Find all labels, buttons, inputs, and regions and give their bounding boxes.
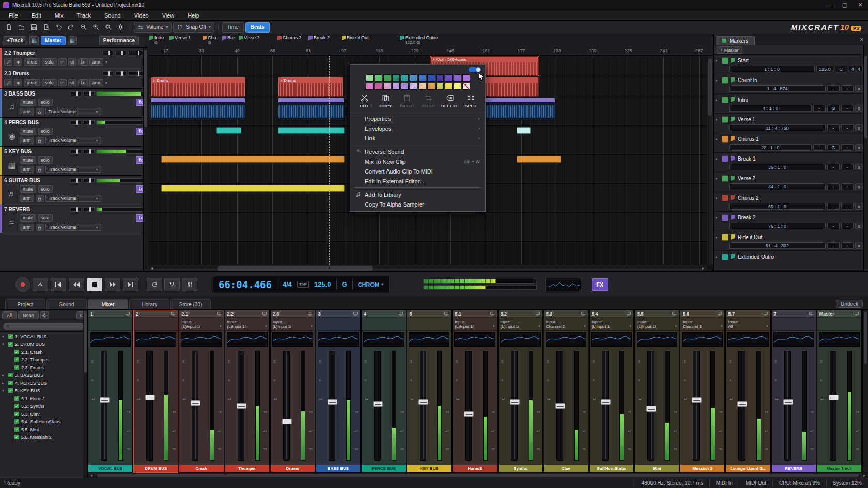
menu-file[interactable]: File (2, 10, 25, 20)
strip-name-label[interactable]: Drums (271, 465, 315, 472)
eq-display[interactable] (773, 332, 814, 347)
delete-button[interactable]: DELETE (441, 94, 459, 108)
strip-name-label[interactable]: PERCS BUS (362, 465, 406, 472)
color-swatch[interactable] (454, 83, 461, 90)
display-icon[interactable] (672, 311, 677, 316)
mute-button[interactable]: mute (24, 58, 40, 66)
eq-display[interactable] (546, 332, 586, 347)
midi-in-status[interactable]: MIDI In (709, 480, 739, 487)
track-2.2[interactable]: 2.2Thumpermutesolofxarm▾ (0, 48, 148, 68)
track-visible-checkbox[interactable]: ✓ (14, 427, 19, 432)
delete-marker-button[interactable]: x (855, 105, 863, 112)
marker-color-icon[interactable] (722, 136, 729, 143)
volume-fader[interactable] (556, 351, 563, 461)
solo-button[interactable]: solo (38, 99, 53, 106)
delete-marker-button[interactable]: x (855, 85, 863, 92)
close-markers-panel-button[interactable]: ✕ (858, 36, 866, 44)
arm-button[interactable]: arm (89, 79, 104, 86)
strip-input[interactable]: Input:(L)Input 1/▾ (453, 318, 497, 331)
track-visible-checkbox[interactable]: ✓ (14, 419, 19, 424)
marker-row-intro[interactable]: ▸Intro4 : 1 : 0-G-x (714, 94, 868, 114)
mute-button[interactable]: mute (20, 156, 36, 164)
chevron-right-icon[interactable]: ▸ (716, 137, 720, 141)
key-readout[interactable]: G (342, 280, 347, 288)
volume-fader[interactable] (146, 351, 153, 461)
volume-fader[interactable] (283, 351, 290, 461)
track-visible-checkbox[interactable]: ✓ (14, 357, 19, 362)
marker-attribute-value[interactable]: - (841, 242, 854, 249)
scroll-thumb[interactable] (97, 474, 859, 477)
delete-marker-button[interactable]: x (855, 164, 863, 170)
strip-name-label[interactable]: VOCAL BUS (88, 465, 132, 472)
marker-attribute-value[interactable]: - (827, 242, 840, 249)
lock-icon[interactable] (36, 108, 44, 115)
sidebar-item-5-2-synths[interactable]: ✓5.2. Synths (0, 402, 87, 410)
track-visible-checkbox[interactable]: ✓ (8, 388, 13, 393)
marker-attribute-value[interactable]: - (827, 124, 840, 131)
fader-handle[interactable] (737, 401, 747, 407)
automation-wave-icon[interactable] (58, 79, 67, 86)
expand-arrow-icon[interactable]: ▸ (2, 373, 6, 377)
marker-color-icon[interactable] (722, 57, 729, 64)
strip-name-label[interactable]: REVERB (772, 465, 816, 472)
add-track-button[interactable]: +Track (3, 36, 27, 45)
strip-name-label[interactable]: Lounge Lizard S... (726, 465, 770, 472)
ruler-marker[interactable]: Extended Outro122.0 G (400, 35, 438, 45)
marker-attribute-value[interactable]: - (827, 203, 840, 210)
color-swatch[interactable] (375, 83, 382, 90)
eq-display[interactable] (363, 332, 404, 347)
gear-icon[interactable] (40, 311, 49, 319)
marker-attribute-value[interactable]: G (827, 144, 840, 151)
volume-fader[interactable] (101, 351, 107, 461)
clip[interactable] (517, 127, 531, 134)
timeline-horizontal-scrollbar[interactable]: ◂ ▸ (148, 265, 707, 271)
volume-fader[interactable] (784, 351, 791, 461)
marker-color-icon[interactable] (722, 195, 729, 201)
eq-display[interactable] (454, 332, 495, 347)
volume-fader[interactable] (602, 351, 609, 461)
menu-item-mix-to-new-clip[interactable]: Mix To New Clipctrl + W (350, 156, 485, 166)
clip[interactable] (161, 156, 345, 163)
expand-arrow-icon[interactable]: ▾ (2, 389, 6, 393)
mixer-strip-1[interactable]: 10612182736VOCAL BUS (88, 310, 133, 473)
tap-tempo-button[interactable]: TAP (297, 281, 309, 288)
track-visible-checkbox[interactable]: ✓ (14, 365, 19, 370)
marker-attribute-value[interactable]: - (827, 164, 840, 170)
filter-none-button[interactable]: None (18, 311, 39, 319)
mixer-strip-5-5[interactable]: 5.5Input:(L)Input 1/▾0612182736Mini (634, 310, 679, 473)
new-file-button[interactable] (3, 22, 14, 33)
automation-parameter-dropdown[interactable]: Track Volume▾ (45, 195, 101, 202)
marker-color-icon[interactable] (722, 214, 729, 221)
fader-handle[interactable] (692, 397, 702, 403)
mini-slider[interactable] (115, 71, 127, 76)
master-track-button[interactable]: Master (41, 36, 66, 45)
chevron-right-icon[interactable]: ▸ (716, 98, 720, 102)
tap-caret-button[interactable] (33, 278, 48, 291)
track-visible-checkbox[interactable]: ✓ (14, 396, 19, 401)
mini-slider[interactable] (102, 71, 114, 76)
ruler-marker[interactable]: Break 2 (308, 35, 330, 40)
beats-mode-button[interactable]: Beats (245, 22, 270, 33)
sidebar-item-2-1-crash[interactable]: ✓2.1. Crash (0, 348, 87, 356)
sidebar-item-2-2-thumper[interactable]: ✓2.2. Thumper (0, 356, 87, 364)
display-icon[interactable] (717, 311, 722, 316)
fx-button[interactable]: fx (78, 79, 88, 86)
track-visible-checkbox[interactable]: ✓ (8, 381, 13, 385)
scroll-left-icon[interactable]: ◂ (88, 473, 95, 478)
input-dropdown[interactable]: Channel 2▾ (546, 324, 586, 329)
strip-input[interactable]: Input:(L)Input 1/▾ (499, 318, 542, 331)
color-swatch[interactable] (454, 74, 461, 82)
input-dropdown[interactable]: (L)Input 1/▾ (227, 324, 267, 329)
chevron-right-icon[interactable]: ▸ (716, 58, 720, 63)
ruler-marker[interactable]: Chorus 2 (277, 35, 302, 40)
input-dropdown[interactable]: (L)Input 1/▾ (501, 324, 540, 329)
color-swatch[interactable] (383, 74, 391, 82)
solo-button[interactable]: solo (38, 156, 53, 164)
arm-button[interactable]: arm (20, 224, 34, 231)
color-swatch[interactable] (383, 83, 391, 90)
menu-edit[interactable]: Edit (25, 10, 48, 20)
display-icon[interactable] (216, 311, 222, 316)
volume-fader[interactable] (738, 351, 745, 461)
mixer-strip-2-3[interactable]: 2.3Input:(L)Input 1/▾0612182736Drums (270, 310, 315, 473)
marker-attribute-value[interactable]: - (813, 144, 826, 151)
